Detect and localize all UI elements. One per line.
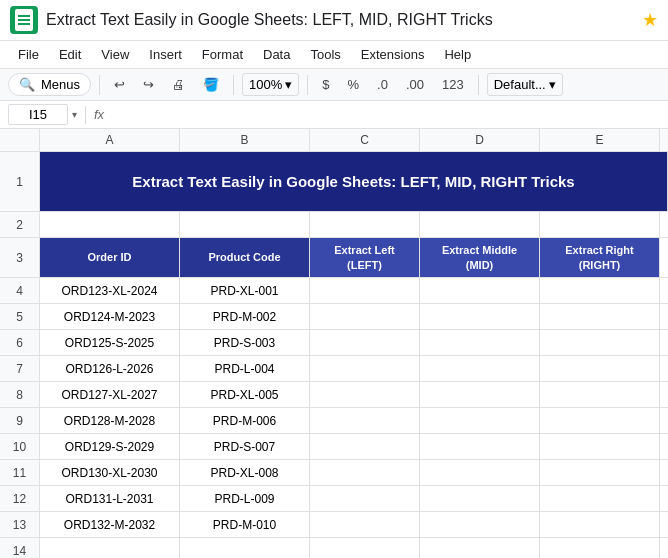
cell-13-c[interactable] bbox=[310, 512, 420, 537]
cell-2-d[interactable] bbox=[420, 212, 540, 237]
col-header-c[interactable]: C bbox=[310, 129, 420, 151]
cell-6-a[interactable]: ORD125-S-2025 bbox=[40, 330, 180, 355]
cell-13-e[interactable] bbox=[540, 512, 660, 537]
cell-4-a[interactable]: ORD123-XL-2024 bbox=[40, 278, 180, 303]
cell-10-e[interactable] bbox=[540, 434, 660, 459]
cell-11-c[interactable] bbox=[310, 460, 420, 485]
cell-9-d[interactable] bbox=[420, 408, 540, 433]
title-merged-cell[interactable]: Extract Text Easily in Google Sheets: LE… bbox=[40, 152, 668, 211]
number-format-button[interactable]: 123 bbox=[436, 73, 470, 96]
increase-decimal-button[interactable]: .00 bbox=[400, 73, 430, 96]
cell-10-a[interactable]: ORD129-S-2029 bbox=[40, 434, 180, 459]
cell-2-e[interactable] bbox=[540, 212, 660, 237]
cell-5-d[interactable] bbox=[420, 304, 540, 329]
cell-6-e[interactable] bbox=[540, 330, 660, 355]
cell-8-e[interactable] bbox=[540, 382, 660, 407]
cell-8-c[interactable] bbox=[310, 382, 420, 407]
cell-10-c[interactable] bbox=[310, 434, 420, 459]
cell-reference[interactable]: I15 bbox=[8, 104, 68, 125]
menu-view[interactable]: View bbox=[93, 43, 137, 66]
undo-button[interactable]: ↩ bbox=[108, 73, 131, 96]
cell-9-c[interactable] bbox=[310, 408, 420, 433]
header-cell-extract-middle[interactable]: Extract Middle(MID) bbox=[420, 238, 540, 277]
cell-14-b[interactable] bbox=[180, 538, 310, 558]
col-header-d[interactable]: D bbox=[420, 129, 540, 151]
cell-7-c[interactable] bbox=[310, 356, 420, 381]
cell-9-a[interactable]: ORD128-M-2028 bbox=[40, 408, 180, 433]
cell-10-d[interactable] bbox=[420, 434, 540, 459]
menu-file[interactable]: File bbox=[10, 43, 47, 66]
cell-11-d[interactable] bbox=[420, 460, 540, 485]
cell-12-b[interactable]: PRD-L-009 bbox=[180, 486, 310, 511]
cell-ref-dropdown[interactable]: ▾ bbox=[72, 109, 77, 120]
col-header-e[interactable]: E bbox=[540, 129, 660, 151]
cell-6-c[interactable] bbox=[310, 330, 420, 355]
cell-5-e[interactable] bbox=[540, 304, 660, 329]
cell-2-c[interactable] bbox=[310, 212, 420, 237]
redo-button[interactable]: ↪ bbox=[137, 73, 160, 96]
col-header-a[interactable]: A bbox=[40, 129, 180, 151]
cell-7-e[interactable] bbox=[540, 356, 660, 381]
title-bar: Extract Text Easily in Google Sheets: LE… bbox=[0, 0, 668, 41]
bookmark-icon[interactable]: ★ bbox=[642, 9, 658, 31]
cell-12-a[interactable]: ORD131-L-2031 bbox=[40, 486, 180, 511]
cell-10-b[interactable]: PRD-S-007 bbox=[180, 434, 310, 459]
cell-4-c[interactable] bbox=[310, 278, 420, 303]
cell-12-e[interactable] bbox=[540, 486, 660, 511]
menu-extensions[interactable]: Extensions bbox=[353, 43, 433, 66]
cell-12-c[interactable] bbox=[310, 486, 420, 511]
cell-4-d[interactable] bbox=[420, 278, 540, 303]
cell-13-b[interactable]: PRD-M-010 bbox=[180, 512, 310, 537]
cell-7-a[interactable]: ORD126-L-2026 bbox=[40, 356, 180, 381]
cell-4-b[interactable]: PRD-XL-001 bbox=[180, 278, 310, 303]
cell-13-a[interactable]: ORD132-M-2032 bbox=[40, 512, 180, 537]
cell-5-b[interactable]: PRD-M-002 bbox=[180, 304, 310, 329]
cell-14-c[interactable] bbox=[310, 538, 420, 558]
menu-insert[interactable]: Insert bbox=[141, 43, 190, 66]
menu-tools[interactable]: Tools bbox=[302, 43, 348, 66]
cell-13-d[interactable] bbox=[420, 512, 540, 537]
cell-14-a[interactable] bbox=[40, 538, 180, 558]
cell-9-e[interactable] bbox=[540, 408, 660, 433]
cell-11-b[interactable]: PRD-XL-008 bbox=[180, 460, 310, 485]
header-cell-product-code[interactable]: Product Code bbox=[180, 238, 310, 277]
cell-8-b[interactable]: PRD-XL-005 bbox=[180, 382, 310, 407]
cell-7-b[interactable]: PRD-L-004 bbox=[180, 356, 310, 381]
col-header-b[interactable]: B bbox=[180, 129, 310, 151]
cell-8-a[interactable]: ORD127-XL-2027 bbox=[40, 382, 180, 407]
cell-6-b[interactable]: PRD-S-003 bbox=[180, 330, 310, 355]
print-button[interactable]: 🖨 bbox=[166, 73, 191, 96]
cell-5-a[interactable]: ORD124-M-2023 bbox=[40, 304, 180, 329]
zoom-selector[interactable]: 100% ▾ bbox=[242, 73, 299, 96]
menu-edit[interactable]: Edit bbox=[51, 43, 89, 66]
decrease-decimal-button[interactable]: .0 bbox=[371, 73, 394, 96]
currency-button[interactable]: $ bbox=[316, 73, 335, 96]
font-selector[interactable]: Default... ▾ bbox=[487, 73, 563, 96]
header-cell-extract-left[interactable]: Extract Left(LEFT) bbox=[310, 238, 420, 277]
cell-2-a[interactable] bbox=[40, 212, 180, 237]
cell-6-d[interactable] bbox=[420, 330, 540, 355]
cell-2-b[interactable] bbox=[180, 212, 310, 237]
cell-9-b[interactable]: PRD-M-006 bbox=[180, 408, 310, 433]
paint-format-button[interactable]: 🪣 bbox=[197, 73, 225, 96]
cell-11-a[interactable]: ORD130-XL-2030 bbox=[40, 460, 180, 485]
cell-4-e[interactable] bbox=[540, 278, 660, 303]
header-cell-order-id[interactable]: Order ID bbox=[40, 238, 180, 277]
menus-search[interactable]: 🔍 Menus bbox=[8, 73, 91, 96]
menu-help[interactable]: Help bbox=[436, 43, 479, 66]
cell-7-d[interactable] bbox=[420, 356, 540, 381]
header-cell-extract-right[interactable]: Extract Right(RIGHT) bbox=[540, 238, 660, 277]
menu-data[interactable]: Data bbox=[255, 43, 298, 66]
menu-format[interactable]: Format bbox=[194, 43, 251, 66]
percent-button[interactable]: % bbox=[342, 73, 366, 96]
cell-5-c[interactable] bbox=[310, 304, 420, 329]
table-row: 13 ORD132-M-2032 PRD-M-010 bbox=[0, 512, 668, 538]
formula-input[interactable] bbox=[112, 107, 660, 122]
cell-12-d[interactable] bbox=[420, 486, 540, 511]
cell-14-e[interactable] bbox=[540, 538, 660, 558]
fx-label: fx bbox=[94, 107, 104, 122]
cell-11-e[interactable] bbox=[540, 460, 660, 485]
column-headers-row: A B C D E bbox=[0, 129, 668, 152]
cell-14-d[interactable] bbox=[420, 538, 540, 558]
cell-8-d[interactable] bbox=[420, 382, 540, 407]
